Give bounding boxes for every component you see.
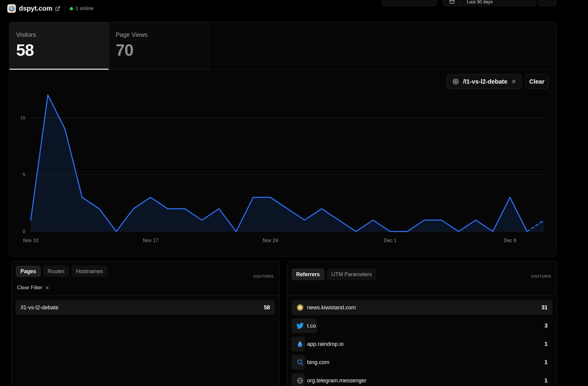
row-label: news.kiwistand.com bbox=[307, 304, 356, 311]
area-fill bbox=[31, 95, 544, 231]
kiwi-icon bbox=[296, 304, 304, 311]
row-label: bing.com bbox=[307, 359, 329, 366]
list-item[interactable]: bing.com1 bbox=[292, 355, 552, 370]
list-item[interactable]: /l1-vs-l2-debate58 bbox=[16, 300, 275, 315]
panel-divider bbox=[287, 295, 557, 296]
online-count: 1 online bbox=[75, 5, 94, 12]
kiwi-icon bbox=[296, 304, 304, 311]
visitors-column-header: VISITORS bbox=[253, 274, 274, 279]
raindrop-icon bbox=[296, 340, 304, 348]
list-item[interactable]: news.kiwistand.com31 bbox=[292, 300, 552, 315]
referrers-panel: Referrers UTM Parameters VISITORS news.k… bbox=[287, 261, 557, 386]
x-axis-label: Dec 1 bbox=[384, 238, 397, 243]
row-visitors-value: 58 bbox=[264, 304, 270, 311]
site-favicon bbox=[7, 4, 16, 13]
x-axis-label: Nov 17 bbox=[143, 238, 158, 243]
toolbar-filters-button[interactable] bbox=[382, 0, 437, 6]
row-content: news.kiwistand.com31 bbox=[292, 300, 552, 315]
row-content: app.raindrop.io1 bbox=[292, 337, 552, 351]
x-axis-label: Dec 8 bbox=[504, 238, 516, 243]
referrers-panel-tabs: Referrers UTM Parameters bbox=[292, 269, 376, 280]
site-header: dspyt.com 1 online bbox=[7, 2, 94, 15]
globe-icon bbox=[296, 377, 304, 384]
referrer-rows: news.kiwistand.com31t.co3app.raindrop.io… bbox=[292, 300, 552, 386]
y-axis-label: 0 bbox=[23, 229, 25, 234]
y-axis-label: 10 bbox=[20, 115, 25, 120]
calendar-icon bbox=[449, 0, 455, 4]
row-content: org.telegram.messenger1 bbox=[292, 373, 552, 386]
x-axis-label: Nov 24 bbox=[263, 238, 278, 243]
globe-favicon-icon bbox=[9, 5, 15, 12]
online-status-dot bbox=[70, 7, 73, 10]
row-content: t.co3 bbox=[292, 318, 552, 333]
globe-icon bbox=[296, 377, 304, 384]
search-icon bbox=[296, 359, 304, 366]
row-visitors-value: 1 bbox=[544, 341, 548, 347]
twitter-icon bbox=[296, 322, 304, 329]
calendar-segment[interactable] bbox=[443, 0, 460, 6]
row-visitors-value: 3 bbox=[544, 323, 548, 329]
raindrop-icon bbox=[296, 340, 304, 348]
row-content: /l1-vs-l2-debate58 bbox=[16, 300, 275, 315]
clear-filter-link[interactable]: Clear Filter ✕ bbox=[17, 285, 49, 291]
row-label: app.raindrop.io bbox=[307, 341, 344, 347]
visitors-column-header: VISITORS bbox=[531, 274, 551, 279]
site-title: dspyt.com bbox=[19, 5, 52, 12]
panel-divider bbox=[12, 295, 279, 296]
tab-referrers[interactable]: Referrers bbox=[292, 269, 324, 280]
visitors-area-chart[interactable]: 0510Nov 10Nov 17Nov 24Dec 1Dec 8 bbox=[9, 22, 557, 257]
tab-hostnames[interactable]: Hostnames bbox=[72, 266, 108, 277]
pages-rows: /l1-vs-l2-debate58 bbox=[16, 300, 275, 315]
external-link-icon[interactable] bbox=[55, 6, 60, 11]
row-label: org.telegram.messenger bbox=[307, 377, 366, 384]
row-visitors-value: 31 bbox=[541, 304, 548, 311]
row-label: t.co bbox=[307, 323, 316, 329]
x-axis-label: Nov 10 bbox=[23, 238, 39, 243]
pages-panel: Pages Routes Hostnames VISITORS Clear Fi… bbox=[11, 261, 279, 386]
header-divider bbox=[65, 5, 65, 12]
clear-filter-x-icon: ✕ bbox=[45, 285, 49, 291]
list-item[interactable]: org.telegram.messenger1 bbox=[292, 373, 552, 386]
row-visitors-value: 1 bbox=[544, 359, 548, 366]
search-icon bbox=[296, 359, 304, 366]
tab-routes[interactable]: Routes bbox=[43, 266, 69, 277]
clear-filter-label: Clear Filter bbox=[17, 285, 42, 291]
y-axis-label: 5 bbox=[23, 172, 25, 177]
tab-pages[interactable]: Pages bbox=[16, 266, 41, 277]
list-item[interactable]: t.co3 bbox=[292, 318, 552, 333]
date-range-label: Last 30 days bbox=[467, 0, 493, 4]
row-label: /l1-vs-l2-debate bbox=[21, 304, 58, 311]
row-visitors-value: 1 bbox=[544, 377, 548, 384]
tab-utm-parameters[interactable]: UTM Parameters bbox=[327, 269, 376, 280]
twitter-icon bbox=[296, 322, 304, 329]
date-range-button[interactable]: Last 30 days bbox=[443, 0, 536, 6]
toolbar-more-button[interactable] bbox=[538, 0, 556, 6]
pages-panel-tabs: Pages Routes Hostnames bbox=[16, 266, 108, 277]
analytics-chart-card: Visitors 58 Page Views 70 /l1-vs-l2-deba… bbox=[9, 22, 557, 256]
row-content: bing.com1 bbox=[292, 355, 552, 370]
list-item[interactable]: app.raindrop.io1 bbox=[292, 337, 552, 351]
